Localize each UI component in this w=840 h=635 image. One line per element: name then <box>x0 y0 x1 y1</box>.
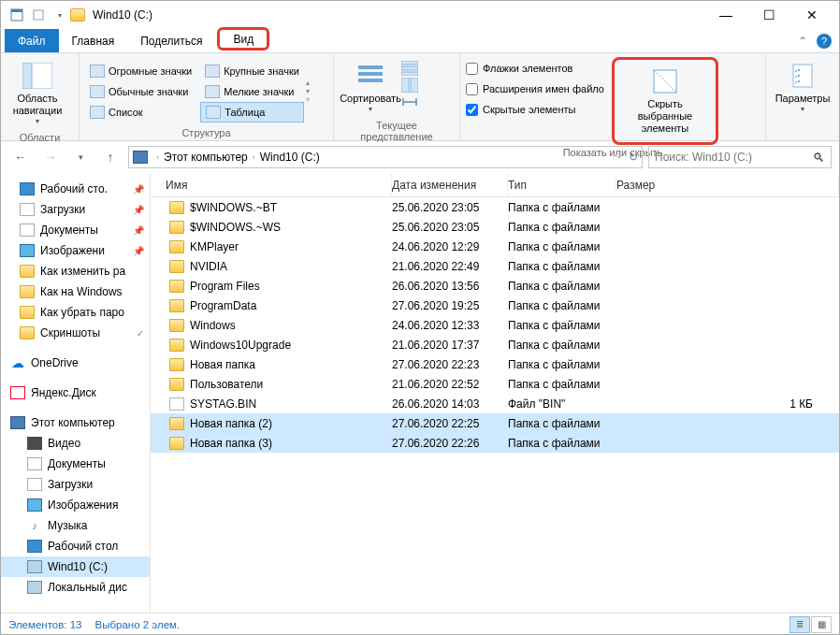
folder-icon <box>169 417 184 430</box>
history-dropdown[interactable]: ▾ <box>68 145 93 169</box>
col-size[interactable]: Размер <box>616 173 839 196</box>
nav-item[interactable]: Изображени📌 <box>1 240 150 261</box>
sort-button[interactable]: Сортировать <box>340 57 401 118</box>
file-row[interactable]: Program Files26.06.2020 13:56Папка с фай… <box>151 276 839 296</box>
file-row[interactable]: Windows24.06.2020 12:33Папка с файлами <box>151 315 839 335</box>
tab-file[interactable]: Файл <box>5 29 59 52</box>
file-row[interactable]: KMPlayer24.06.2020 12:29Папка с файлами <box>151 237 839 256</box>
file-row[interactable]: $WINDOWS.~WS25.06.2020 23:05Папка с файл… <box>151 217 839 237</box>
nav-item[interactable]: Как убрать паро <box>1 302 150 323</box>
maximize-button[interactable]: ☐ <box>747 1 790 29</box>
folder-icon <box>169 339 184 352</box>
col-name[interactable]: Имя <box>151 173 392 196</box>
tab-share[interactable]: Поделиться <box>127 29 215 52</box>
size-columns-icon[interactable] <box>401 94 418 109</box>
file-row[interactable]: Новая папка (3)27.06.2020 22:26Папка с ф… <box>151 433 839 453</box>
view-details-icon[interactable]: ≣ <box>789 616 810 633</box>
nav-item[interactable]: Как на Windows <box>1 281 150 302</box>
nav-item[interactable]: Загрузки <box>1 474 150 495</box>
checkbox-item-checkboxes[interactable]: Флажки элементов <box>466 59 604 78</box>
minimize-button[interactable]: — <box>704 1 747 29</box>
file-row[interactable]: SYSTAG.BIN26.06.2020 14:03Файл "BIN"1 КБ <box>151 394 839 413</box>
navigation-pane-button[interactable]: Область навигации <box>7 57 68 130</box>
tab-home[interactable]: Главная <box>59 29 128 52</box>
forward-button[interactable]: → <box>38 145 63 169</box>
dl-icon <box>20 203 35 216</box>
svg-rect-5 <box>358 65 383 69</box>
qat-new-icon[interactable] <box>28 5 49 25</box>
refresh-icon[interactable]: ↻ <box>629 151 638 164</box>
file-row[interactable]: Windows10Upgrade21.06.2020 17:37Папка с … <box>151 335 839 354</box>
search-box[interactable]: Поиск: Wind10 (C:) 🔍︎ <box>648 146 832 168</box>
layout-list[interactable]: Список <box>85 102 196 123</box>
help-icon[interactable]: ? <box>817 34 832 49</box>
nav-item[interactable]: Загрузки📌 <box>1 199 150 220</box>
file-row[interactable]: Новая папка (2)27.06.2020 22:25Папка с ф… <box>151 413 839 433</box>
main-area: Рабочий сто.📌Загрузки📌Документы📌Изображе… <box>1 173 839 613</box>
folder-icon <box>169 299 184 312</box>
nav-item[interactable]: Изображения <box>1 495 150 515</box>
nav-item[interactable]: Скриншоты✓ <box>1 323 150 343</box>
hide-selected-button[interactable]: Скрыть выбранные элементы <box>618 63 712 139</box>
nav-item[interactable]: Локальный дис <box>1 577 150 598</box>
layout-scroll[interactable]: ▴▾▿ <box>306 77 319 106</box>
pc-icon <box>10 416 25 429</box>
pin-icon: 📌 <box>133 246 144 256</box>
close-button[interactable]: ✕ <box>790 1 833 29</box>
addr-dropdown-icon[interactable]: ⌄ <box>616 151 623 164</box>
video-icon <box>27 437 42 450</box>
file-list[interactable]: $WINDOWS.~BT25.06.2020 23:05Папка с файл… <box>151 197 839 613</box>
nav-item[interactable]: Видео <box>1 433 150 454</box>
back-button[interactable]: ← <box>8 145 33 169</box>
ribbon-collapse-icon[interactable]: ⌃ <box>798 35 807 48</box>
layout-small[interactable]: Мелкие значки <box>200 81 304 102</box>
qat-dropdown-icon[interactable]: ▾ <box>50 5 70 25</box>
desk-icon <box>20 182 35 195</box>
nav-item[interactable]: ☁OneDrive <box>1 353 150 373</box>
checkbox-extensions[interactable]: Расширения имен файло <box>466 79 604 98</box>
col-date[interactable]: Дата изменения <box>392 173 508 196</box>
layout-details[interactable]: Таблица <box>200 102 304 123</box>
pin-icon: 📌 <box>133 225 144 236</box>
nav-item[interactable]: Документы📌 <box>1 220 150 240</box>
crumb-drive[interactable]: Wind10 (C:) <box>260 151 320 164</box>
nav-item[interactable]: Как изменить ра <box>1 261 150 281</box>
file-row[interactable]: $WINDOWS.~BT25.06.2020 23:05Папка с файл… <box>151 197 839 217</box>
file-row[interactable]: NVIDIA21.06.2020 22:49Папка с файлами <box>151 256 839 276</box>
hide-selected-highlight: Скрыть выбранные элементы <box>612 57 718 145</box>
file-row[interactable]: Новая папка27.06.2020 22:23Папка с файла… <box>151 354 839 374</box>
up-button[interactable]: ↑ <box>98 145 123 169</box>
group-view-label: Текущее представление <box>340 118 454 144</box>
svg-rect-1 <box>11 9 22 12</box>
file-row[interactable]: ProgramData27.06.2020 19:25Папка с файла… <box>151 296 839 315</box>
tab-view[interactable]: Вид <box>217 27 269 51</box>
layout-large[interactable]: Крупные значки <box>200 61 304 81</box>
nav-item[interactable]: ♪Музыка <box>1 515 150 536</box>
file-row[interactable]: Пользователи21.06.2020 22:52Папка с файл… <box>151 374 839 394</box>
add-columns-icon[interactable] <box>401 78 418 93</box>
column-headers[interactable]: Имя Дата изменения Тип Размер <box>151 173 839 197</box>
nav-item[interactable]: Этот компьютер <box>1 412 150 433</box>
layout-normal[interactable]: Обычные значки <box>85 81 196 102</box>
layout-huge[interactable]: Огромные значки <box>85 61 196 81</box>
svg-rect-12 <box>411 78 418 93</box>
nav-item[interactable]: Документы <box>1 454 150 474</box>
nav-item[interactable]: Яндекс.Диск <box>1 382 150 403</box>
folder-icon <box>169 280 184 293</box>
view-thumbs-icon[interactable]: ▦ <box>811 616 832 633</box>
search-icon[interactable]: 🔍︎ <box>813 151 825 165</box>
address-bar[interactable]: › Этот компьютер › Wind10 (C:) ⌄ ↻ <box>128 146 643 168</box>
checkbox-hidden-items[interactable]: Скрытые элементы <box>466 100 604 119</box>
qat-props-icon[interactable] <box>7 5 27 25</box>
navigation-pane[interactable]: Рабочий сто.📌Загрузки📌Документы📌Изображе… <box>1 173 151 613</box>
nav-item[interactable]: Рабочий сто.📌 <box>1 179 150 199</box>
col-type[interactable]: Тип <box>508 173 616 196</box>
drive-icon <box>27 560 42 573</box>
group-by-icon[interactable] <box>401 61 418 76</box>
nav-item[interactable]: Wind10 (C:) <box>1 556 150 577</box>
nav-item[interactable]: Рабочий стол <box>1 536 150 556</box>
options-button[interactable]: Параметры <box>772 57 833 118</box>
img-icon <box>27 498 42 512</box>
crumb-this-pc[interactable]: Этот компьютер <box>164 151 248 164</box>
window-folder-icon <box>70 8 85 22</box>
